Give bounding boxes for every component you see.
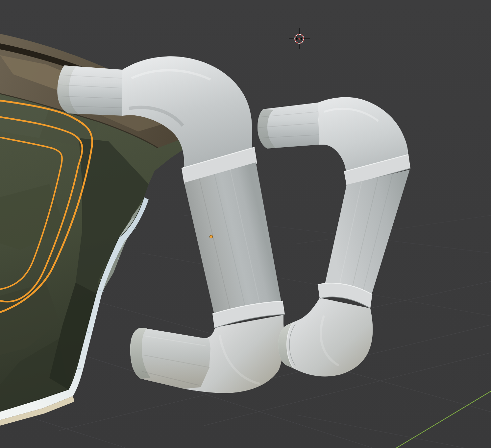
origin-point[interactable] <box>210 235 213 238</box>
viewport-3d[interactable] <box>0 0 491 448</box>
origin-dot[interactable] <box>210 235 213 238</box>
viewport-canvas[interactable] <box>0 0 491 448</box>
